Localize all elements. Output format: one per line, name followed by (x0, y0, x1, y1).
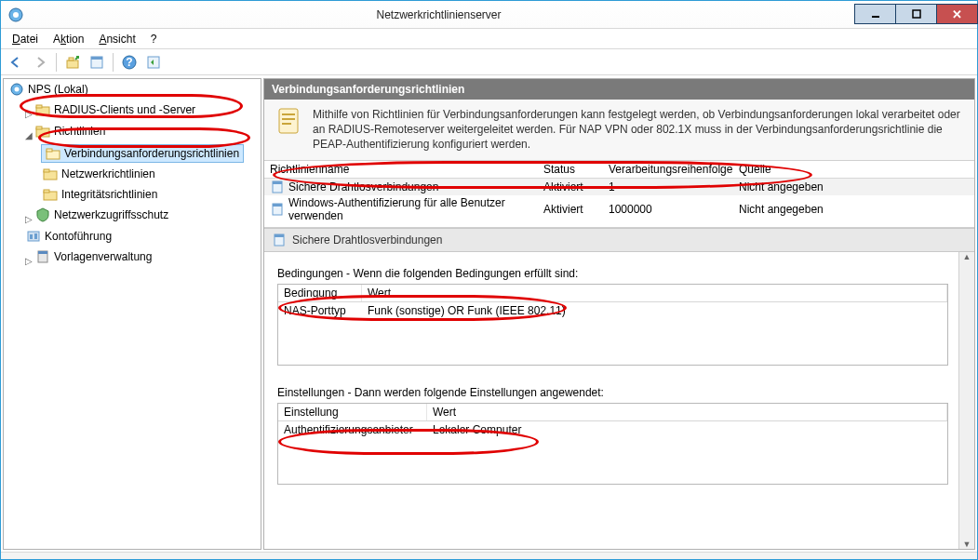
policy-item-icon (272, 233, 287, 247)
svg-rect-25 (34, 233, 37, 239)
shield-icon (35, 207, 50, 222)
col-name[interactable]: Richtlinienname (264, 163, 543, 176)
svg-rect-16 (36, 127, 42, 129)
tree-label: Verbindungsanforderungsrichtlinien (64, 145, 239, 162)
menubar: Datei Aktion Ansicht ? (1, 29, 977, 49)
toolbar-separator-2 (113, 53, 114, 72)
menu-help[interactable]: ? (145, 31, 163, 47)
maximize-button[interactable] (895, 4, 937, 24)
tree-network-policies[interactable]: Netzwerkrichtlinien (41, 166, 157, 182)
expand-icon[interactable]: ▷ (24, 253, 33, 270)
policy-item-icon (270, 202, 285, 217)
svg-rect-7 (91, 57, 102, 60)
menu-action[interactable]: Aktion (47, 31, 89, 47)
tree-label: RADIUS-Clients und -Server (54, 101, 195, 118)
svg-rect-14 (36, 105, 42, 108)
properties-button[interactable] (86, 51, 108, 73)
folder-open-icon (46, 146, 60, 161)
up-button[interactable] (61, 51, 84, 73)
menu-view[interactable]: Ansicht (93, 31, 141, 47)
cond-col-name[interactable]: Bedingung (278, 285, 362, 301)
nps-icon (9, 82, 24, 97)
refresh-view-button[interactable] (142, 51, 165, 73)
list-item-source: Nicht angegeben (739, 180, 974, 193)
scroll-down-icon[interactable]: ▼ (963, 540, 971, 549)
policy-icon (274, 107, 303, 137)
list-item-status: Aktiviert (543, 180, 609, 193)
col-source[interactable]: Quelle (739, 163, 974, 176)
list-item-order: 1 (609, 180, 739, 193)
toolbar-separator (56, 53, 57, 72)
col-status[interactable]: Status (543, 163, 609, 176)
settings-table: Einstellung Wert Authentifizierungsanbie… (277, 403, 948, 485)
list-item[interactable]: Sichere Drahtlosverbindungen Aktiviert 1… (264, 179, 974, 195)
set-name: Authentifizierungsanbieter (278, 421, 427, 438)
svg-rect-23 (28, 232, 39, 241)
settings-label: Einstellungen - Dann werden folgende Ein… (277, 386, 948, 399)
scroll-up-icon[interactable]: ▲ (963, 252, 971, 261)
tree-label: Integritätsrichtlinien (61, 186, 157, 203)
menu-file[interactable]: Datei (7, 31, 44, 47)
back-button[interactable] (5, 51, 27, 73)
tree-label: Richtlinien (54, 123, 105, 140)
col-order[interactable]: Verarbeitungsreihenfolge (609, 163, 739, 176)
tree-label: Netzwerkzugriffsschutz (54, 207, 168, 223)
list-item-status: Aktiviert (543, 203, 609, 216)
tree-label: Netzwerkrichtlinien (61, 166, 155, 182)
close-button[interactable]: ✕ (936, 4, 978, 24)
scrollbar[interactable]: ▲▼ (958, 252, 974, 549)
tree-label: Vorlagenverwaltung (54, 248, 152, 265)
collapse-icon[interactable]: ◢ (24, 127, 33, 144)
tree-nap[interactable]: Netzwerkzugriffsschutz (33, 207, 170, 223)
svg-rect-24 (30, 234, 33, 239)
toolbar: ? (1, 49, 977, 75)
svg-rect-27 (38, 251, 47, 254)
tree-templates[interactable]: Vorlagenverwaltung (33, 248, 154, 265)
svg-rect-33 (273, 181, 282, 184)
svg-rect-18 (47, 149, 52, 152)
svg-rect-2 (872, 16, 879, 18)
expand-icon[interactable]: ▷ (24, 106, 33, 123)
svg-rect-28 (279, 109, 298, 133)
svg-point-1 (13, 12, 19, 18)
folder-icon (35, 102, 50, 117)
folder-icon (43, 187, 58, 202)
detail-title: Sichere Drahtlosverbindungen (292, 233, 442, 247)
panel-title: Verbindungsanforderungsrichtlinien (264, 79, 974, 100)
expand-icon[interactable]: ▷ (24, 211, 33, 228)
info-box: Mithilfe von Richtlinien für Verbindungs… (264, 100, 974, 161)
svg-rect-4 (67, 60, 78, 68)
svg-rect-37 (275, 234, 284, 237)
folder-icon (35, 124, 50, 139)
templates-icon (35, 249, 50, 264)
list-item[interactable]: Windows-Authentifizierung für alle Benut… (264, 195, 974, 223)
detail-pane: Verbindungsanforderungsrichtlinien Mithi… (263, 78, 975, 550)
tree-root[interactable]: NPS (Lokal) (7, 81, 90, 98)
set-value: Lokaler Computer (427, 421, 947, 438)
statusbar (1, 552, 977, 559)
navigation-tree[interactable]: NPS (Lokal) ▷RADIUS-Clients und -Server … (3, 78, 261, 550)
svg-rect-3 (913, 10, 920, 18)
minimize-button[interactable] (854, 4, 896, 24)
set-col-value[interactable]: Wert (427, 404, 947, 420)
tree-health-policies[interactable]: Integritätsrichtlinien (41, 186, 159, 203)
tree-accounting[interactable]: Kontoführung (24, 228, 114, 245)
svg-rect-30 (282, 118, 295, 120)
detail-body: Bedingungen - Wenn die folgenden Bedingu… (264, 252, 974, 549)
cond-value: Funk (sonstige) OR Funk (IEEE 802.11) (362, 302, 947, 319)
list-header: Richtlinienname Status Verarbeitungsreih… (264, 161, 974, 179)
table-row[interactable]: Authentifizierungsanbieter Lokaler Compu… (278, 421, 947, 438)
help-button[interactable]: ? (118, 51, 141, 73)
list-item-order: 1000000 (609, 203, 739, 216)
tree-label: Kontoführung (45, 228, 112, 245)
conditions-table: Bedingung Wert NAS-Porttyp Funk (sonstig… (277, 284, 948, 366)
cond-col-value[interactable]: Wert (362, 285, 947, 301)
policy-item-icon (270, 180, 285, 194)
list-item-source: Nicht angegeben (739, 203, 974, 216)
table-row[interactable]: NAS-Porttyp Funk (sonstige) OR Funk (IEE… (278, 302, 947, 319)
tree-radius-clients[interactable]: RADIUS-Clients und -Server (33, 101, 197, 118)
tree-policies[interactable]: Richtlinien (33, 123, 107, 140)
tree-connection-request-policies[interactable]: Verbindungsanforderungsrichtlinien (41, 144, 244, 163)
set-col-name[interactable]: Einstellung (278, 404, 427, 420)
forward-button[interactable] (29, 51, 51, 73)
